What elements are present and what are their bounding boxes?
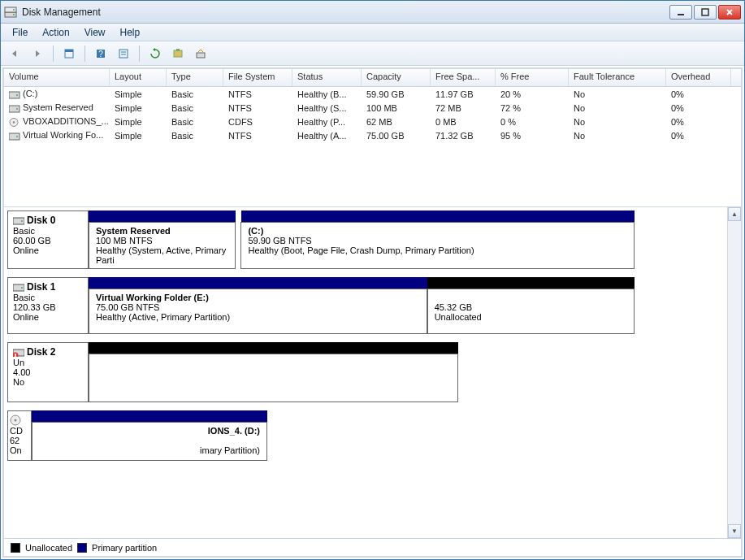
- partition-title: IONS_4. (D:): [39, 426, 260, 436]
- disk-row: Disk 2 Un 4.00 No: [7, 342, 458, 402]
- legend-label-unallocated: Unallocated: [25, 543, 72, 553]
- disk-kind: Basic: [13, 226, 83, 236]
- partition-title: Virtual Working Folder (E:): [96, 293, 420, 302]
- col-pctfree[interactable]: % Free: [496, 69, 569, 86]
- svg-point-31: [15, 419, 17, 422]
- drive-icon: [9, 104, 20, 113]
- svg-point-19: [16, 108, 18, 110]
- partition-box[interactable]: IONS_4. (D:) imary Partition): [32, 422, 267, 461]
- disk-size: 60.00 GB: [13, 236, 83, 245]
- partition-box-unallocated[interactable]: 45.32 GB Unallocated: [427, 289, 635, 334]
- disk-icon: [13, 215, 24, 225]
- nav-back-button[interactable]: [6, 45, 24, 63]
- partition-title: [435, 293, 627, 302]
- disk-label[interactable]: Disk 1 Basic 120.33 GB Online: [7, 277, 89, 334]
- col-status[interactable]: Status: [292, 69, 362, 86]
- toolbar-separator: [84, 46, 85, 62]
- partition-status: imary Partition): [39, 445, 260, 455]
- legend-swatch-primary: [77, 543, 87, 553]
- disk-row: Disk 1 Basic 120.33 GB Online Virtual Wo…: [7, 277, 635, 334]
- menu-action[interactable]: Action: [36, 25, 76, 40]
- maximize-button[interactable]: [694, 5, 717, 20]
- partition-title: System Reserved: [96, 226, 228, 236]
- partition-status: Unallocated: [435, 312, 627, 322]
- partition-size: 100 MB NTFS: [96, 236, 228, 245]
- toolbar-refresh-icon[interactable]: [146, 45, 164, 63]
- disk-title: Disk 2: [27, 346, 55, 358]
- partition-status: Healthy (Boot, Page File, Crash Dump, Pr…: [248, 245, 627, 255]
- vertical-scrollbar[interactable]: ▲ ▼: [727, 207, 741, 538]
- disk-label[interactable]: CD 62 On: [7, 410, 32, 461]
- partition-box[interactable]: (C:) 59.90 GB NTFS Healthy (Boot, Page F…: [240, 222, 635, 269]
- svg-rect-15: [197, 53, 205, 58]
- col-overhead[interactable]: Overhead: [666, 69, 731, 86]
- volume-row[interactable]: (C:)SimpleBasicNTFSHealthy (B...59.90 GB…: [4, 87, 741, 101]
- volume-row[interactable]: Virtual Working Fo...SimpleBasicNTFSHeal…: [4, 128, 741, 142]
- disk-line: 62: [10, 436, 29, 445]
- cd-icon: [10, 415, 21, 426]
- disk-label[interactable]: Disk 2 Un 4.00 No: [7, 342, 89, 402]
- scroll-up-button[interactable]: ▲: [728, 207, 741, 221]
- toolbar-action-icon[interactable]: [192, 45, 210, 63]
- volume-row[interactable]: System ReservedSimpleBasicNTFSHealthy (S…: [4, 101, 741, 115]
- disk-line: Un: [13, 358, 83, 367]
- scroll-down-button[interactable]: ▼: [728, 524, 741, 538]
- disk-line: 4.00: [13, 367, 83, 377]
- partition-title: (C:): [248, 226, 627, 236]
- svg-rect-5: [702, 9, 708, 15]
- partition-status: Healthy (Active, Primary Partition): [96, 312, 420, 322]
- partition-size: 45.32 GB: [435, 302, 627, 312]
- disk-kind: Basic: [13, 293, 83, 302]
- col-type[interactable]: Type: [167, 69, 223, 86]
- legend-swatch-unallocated: [11, 543, 20, 553]
- disk-line: On: [10, 445, 29, 455]
- menubar: File Action View Help: [1, 24, 744, 41]
- partition-status: Healthy (System, Active, Primary Parti: [96, 245, 228, 265]
- svg-rect-10: [119, 50, 128, 58]
- svg-point-17: [16, 94, 18, 96]
- svg-point-3: [13, 14, 15, 15]
- svg-point-27: [21, 287, 23, 289]
- volume-list: Volume Layout Type File System Status Ca…: [4, 69, 741, 207]
- svg-rect-16: [9, 92, 19, 98]
- app-icon: [4, 6, 17, 19]
- nav-forward-button[interactable]: [28, 45, 46, 63]
- partition-box[interactable]: Virtual Working Folder (E:) 75.00 GB NTF…: [89, 289, 427, 334]
- minimize-button[interactable]: [669, 5, 692, 20]
- col-volume[interactable]: Volume: [4, 69, 110, 86]
- svg-point-2: [13, 9, 15, 11]
- svg-rect-4: [678, 14, 684, 15]
- menu-view[interactable]: View: [78, 25, 112, 40]
- volume-row[interactable]: VBOXADDITIONS_...SimpleBasicCDFSHealthy …: [4, 115, 741, 128]
- toolbar-details-icon[interactable]: [115, 45, 132, 63]
- toolbar-view-icon[interactable]: [60, 45, 78, 63]
- col-filesystem[interactable]: File System: [223, 69, 292, 86]
- toolbar-help-icon[interactable]: ?: [92, 45, 110, 63]
- disk-warning-icon: [13, 347, 24, 357]
- volume-list-header: Volume Layout Type File System Status Ca…: [4, 69, 741, 87]
- disk-line: No: [13, 377, 83, 387]
- disk-label[interactable]: Disk 0 Basic 60.00 GB Online: [7, 211, 89, 269]
- menu-file[interactable]: File: [6, 25, 34, 40]
- svg-rect-13: [174, 50, 182, 57]
- menu-help[interactable]: Help: [114, 25, 147, 40]
- disk-state: Online: [13, 245, 83, 255]
- partition-box-unallocated[interactable]: [89, 354, 458, 402]
- svg-rect-22: [9, 133, 19, 140]
- col-layout[interactable]: Layout: [110, 69, 167, 86]
- legend: Unallocated Primary partition: [4, 538, 741, 556]
- col-freespace[interactable]: Free Spa...: [431, 69, 496, 86]
- drive-icon: [9, 90, 20, 99]
- col-fault[interactable]: Fault Tolerance: [569, 69, 666, 86]
- svg-rect-7: [65, 50, 73, 52]
- svg-point-25: [21, 220, 23, 222]
- disk-icon: [13, 282, 24, 292]
- disk-row-cd: CD 62 On IONS_4. (D:) imary Partition): [7, 410, 267, 461]
- toolbar-settings-icon[interactable]: [169, 45, 187, 63]
- legend-label-primary: Primary partition: [92, 543, 157, 553]
- partition-box[interactable]: System Reserved 100 MB NTFS Healthy (Sys…: [89, 222, 236, 269]
- col-capacity[interactable]: Capacity: [362, 69, 431, 86]
- titlebar[interactable]: Disk Management: [1, 1, 744, 24]
- toolbar: ?: [1, 41, 744, 66]
- close-button[interactable]: [718, 5, 741, 20]
